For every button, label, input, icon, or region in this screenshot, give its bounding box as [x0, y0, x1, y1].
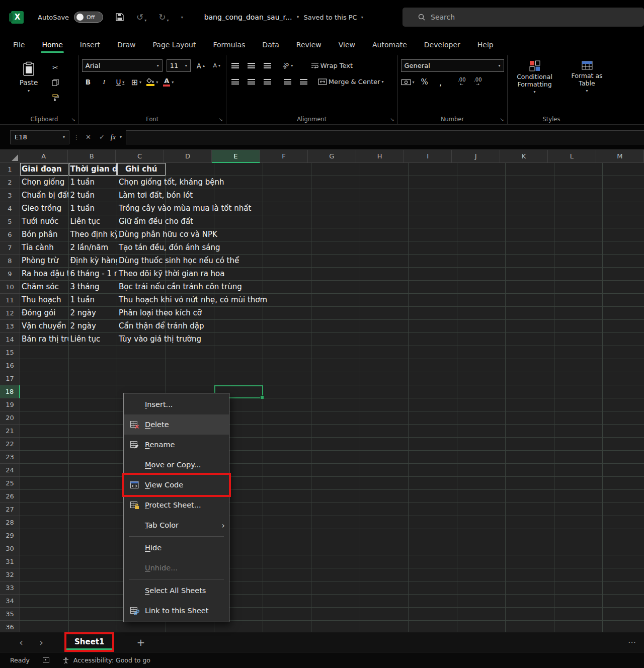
cell-F10[interactable]	[263, 281, 312, 294]
cell-J31[interactable]	[457, 555, 506, 568]
cell-G5[interactable]	[311, 215, 360, 228]
increase-decimal-button[interactable]: .00←	[456, 76, 468, 88]
cell-G18[interactable]	[311, 385, 360, 398]
cell-B17[interactable]	[69, 372, 118, 385]
formula-input[interactable]	[126, 130, 644, 144]
cell-L29[interactable]	[554, 529, 603, 542]
cell-B3[interactable]: 2 tuần	[69, 189, 118, 202]
cell-C36[interactable]	[117, 621, 166, 632]
cell-B34[interactable]	[69, 595, 118, 608]
cell-A4[interactable]: Gieo trồng	[20, 202, 69, 215]
cell-K12[interactable]	[506, 307, 554, 320]
cell-L18[interactable]	[554, 385, 603, 398]
cell-A31[interactable]	[20, 555, 69, 568]
cell-J10[interactable]	[457, 281, 506, 294]
cell-B11[interactable]: 1 tuần	[69, 294, 118, 307]
column-header-A[interactable]: A	[20, 150, 68, 163]
clipboard-dialog-launcher[interactable]: ↘	[71, 117, 75, 122]
row-header-8[interactable]: 8	[0, 255, 20, 268]
row-header-13[interactable]: 13	[0, 320, 20, 333]
cell-B32[interactable]	[69, 568, 118, 581]
cell-L19[interactable]	[554, 398, 603, 411]
cell-L34[interactable]	[554, 595, 603, 608]
cell-J25[interactable]	[457, 477, 506, 490]
cell-F17[interactable]	[263, 372, 312, 385]
cell-G26[interactable]	[311, 490, 360, 503]
column-header-M[interactable]: M	[596, 150, 644, 163]
cell-I6[interactable]	[409, 228, 457, 241]
cell-B1[interactable]: Thời gian dự kiến	[69, 163, 118, 176]
cell-M30[interactable]	[603, 542, 644, 555]
cell-H3[interactable]	[360, 189, 409, 202]
cell-I35[interactable]	[409, 608, 457, 621]
cell-G9[interactable]	[311, 268, 360, 281]
cell-I1[interactable]	[409, 163, 457, 176]
column-header-C[interactable]: C	[116, 150, 164, 163]
row-header-30[interactable]: 30	[0, 542, 20, 555]
cell-F14[interactable]	[263, 333, 312, 346]
cell-E3[interactable]	[214, 189, 263, 202]
cell-A20[interactable]	[20, 411, 69, 425]
cell-K13[interactable]	[506, 320, 554, 333]
align-middle-button[interactable]	[246, 59, 258, 71]
cell-L1[interactable]	[554, 163, 603, 176]
cell-F32[interactable]	[263, 568, 312, 581]
row-header-24[interactable]: 24	[0, 464, 20, 477]
cell-G29[interactable]	[311, 529, 360, 542]
cell-J9[interactable]	[457, 268, 506, 281]
accounting-format-button[interactable]: ▾	[401, 76, 415, 88]
cell-K28[interactable]	[506, 516, 554, 529]
row-header-27[interactable]: 27	[0, 503, 20, 516]
cell-J30[interactable]	[457, 542, 506, 555]
column-header-E[interactable]: E	[212, 150, 260, 163]
row-header-16[interactable]: 16	[0, 359, 20, 372]
cell-K5[interactable]	[506, 215, 554, 228]
number-dialog-launcher[interactable]: ↘	[500, 117, 504, 122]
cell-A9[interactable]: Ra hoa đậu trái	[20, 268, 69, 281]
cell-G12[interactable]	[311, 307, 360, 320]
tab-view[interactable]: View	[339, 34, 355, 55]
cell-I27[interactable]	[409, 503, 457, 516]
select-all-button[interactable]	[0, 150, 20, 163]
cell-F20[interactable]	[263, 411, 312, 425]
cell-F4[interactable]	[263, 202, 312, 215]
cell-M35[interactable]	[603, 608, 644, 621]
row-header-19[interactable]: 19	[0, 398, 20, 411]
cell-G31[interactable]	[311, 555, 360, 568]
cell-H11[interactable]	[360, 294, 409, 307]
font-name-select[interactable]: Arial ▾	[82, 59, 163, 72]
align-top-button[interactable]	[229, 59, 242, 71]
cell-I17[interactable]	[409, 372, 457, 385]
cell-G15[interactable]	[311, 346, 360, 359]
cell-L25[interactable]	[554, 477, 603, 490]
cell-I28[interactable]	[409, 516, 457, 529]
cell-J20[interactable]	[457, 411, 506, 425]
cell-L16[interactable]	[554, 359, 603, 372]
column-header-I[interactable]: I	[404, 150, 452, 163]
cell-L28[interactable]	[554, 516, 603, 529]
cell-H8[interactable]	[360, 255, 409, 268]
cell-B29[interactable]	[69, 529, 118, 542]
enter-button[interactable]: ✓	[97, 133, 107, 141]
cell-I24[interactable]	[409, 464, 457, 477]
cell-G20[interactable]	[311, 411, 360, 425]
cell-F25[interactable]	[263, 477, 312, 490]
cell-E16[interactable]	[214, 359, 263, 372]
cell-I9[interactable]	[409, 268, 457, 281]
cell-M28[interactable]	[603, 516, 644, 529]
column-header-D[interactable]: D	[164, 150, 212, 163]
cell-F2[interactable]	[263, 176, 312, 189]
cell-I16[interactable]	[409, 359, 457, 372]
cell-J11[interactable]	[457, 294, 506, 307]
column-header-K[interactable]: K	[500, 150, 548, 163]
cell-K20[interactable]	[506, 411, 554, 425]
menu-item-select-all-sheets[interactable]: Select All Sheets	[124, 580, 229, 601]
cell-I14[interactable]	[409, 333, 457, 346]
row-header-21[interactable]: 21	[0, 425, 20, 438]
cell-F7[interactable]	[263, 241, 312, 255]
cell-F6[interactable]	[263, 228, 312, 241]
cell-L36[interactable]	[554, 621, 603, 632]
cell-J19[interactable]	[457, 398, 506, 411]
row-header-34[interactable]: 34	[0, 595, 20, 608]
align-left-button[interactable]	[229, 75, 242, 88]
